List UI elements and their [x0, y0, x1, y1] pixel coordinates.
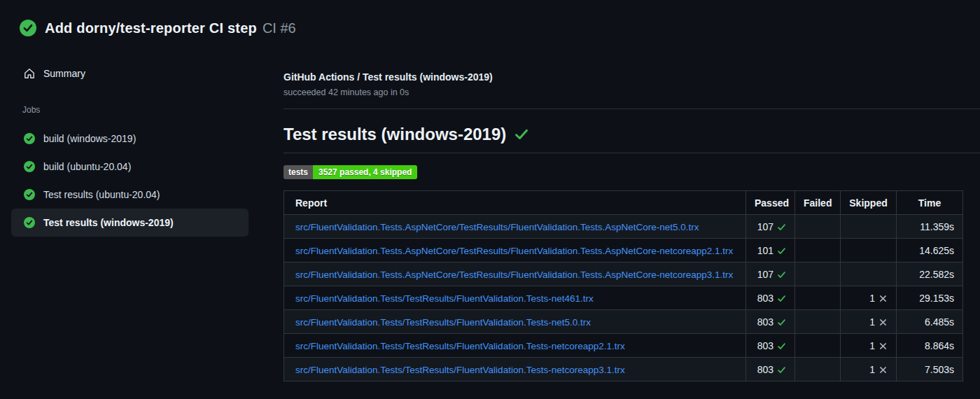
- results-table: Report Passed Failed Skipped Time src/Fl…: [284, 190, 963, 382]
- job-success-icon: [24, 217, 35, 228]
- failed-cell: [795, 310, 841, 334]
- job-label: Test results (ubuntu-20.04): [43, 189, 160, 200]
- skipped-cell: [841, 215, 897, 239]
- passed-check-icon: [777, 294, 786, 303]
- passed-check-icon: [777, 342, 786, 351]
- skipped-cell: [841, 262, 897, 286]
- time-cell: 29.153s: [897, 286, 963, 310]
- tests-badge-label: tests: [284, 165, 313, 179]
- skipped-x-icon: [878, 342, 888, 351]
- table-row: src/FluentValidation.Tests.AspNetCore/Te…: [284, 239, 963, 262]
- sidebar-job-item-2[interactable]: Test results (ubuntu-20.04): [11, 181, 248, 209]
- column-header-report: Report: [284, 191, 746, 215]
- passed-count: 803: [757, 316, 774, 328]
- failed-cell: [795, 239, 841, 262]
- run-title: Add dorny/test-reporter CI step: [45, 20, 257, 36]
- column-header-passed: Passed: [746, 191, 795, 215]
- time-cell: 22.582s: [897, 262, 963, 286]
- tests-badge: tests 3527 passed, 4 skipped: [284, 165, 417, 179]
- passed-cell: 101: [746, 239, 795, 262]
- job-success-icon: [24, 161, 35, 172]
- home-icon: [24, 68, 35, 79]
- passed-cell: 803: [746, 334, 795, 358]
- passed-count: 101: [757, 245, 774, 256]
- time-cell: 8.864s: [897, 334, 963, 358]
- jobs-section-label: Jobs: [0, 105, 280, 115]
- passed-count: 803: [757, 340, 774, 351]
- skipped-x-icon: [878, 294, 888, 303]
- passed-cell: 803: [746, 310, 795, 334]
- skipped-count: 1: [869, 340, 875, 351]
- section-title: Test results (windows-2019): [284, 125, 506, 144]
- report-link[interactable]: src/FluentValidation.Tests.AspNetCore/Te…: [295, 270, 733, 280]
- passed-check-icon: [777, 318, 786, 327]
- passed-cell: 107: [746, 215, 795, 239]
- report-link[interactable]: src/FluentValidation.Tests.AspNetCore/Te…: [295, 246, 733, 256]
- passed-check-icon: [777, 223, 786, 232]
- passed-count: 803: [757, 293, 774, 304]
- skipped-x-icon: [878, 365, 888, 374]
- sidebar-job-item-0[interactable]: build (windows-2019): [11, 125, 248, 153]
- report-link[interactable]: src/FluentValidation.Tests/TestResults/F…: [295, 317, 591, 328]
- report-link[interactable]: src/FluentValidation.Tests/TestResults/F…: [295, 365, 625, 375]
- table-row: src/FluentValidation.Tests/TestResults/F…: [284, 310, 963, 334]
- job-header: GitHub Actions / Test results (windows-2…: [284, 66, 980, 97]
- skipped-cell: [841, 239, 897, 262]
- run-header: Add dorny/test-reporter CI step CI #6: [0, 0, 980, 36]
- passed-count: 107: [757, 221, 774, 232]
- job-success-icon: [24, 189, 35, 200]
- failed-cell: [795, 334, 841, 358]
- passed-cell: 803: [746, 358, 795, 382]
- table-row: src/FluentValidation.Tests/TestResults/F…: [284, 334, 963, 358]
- time-cell: 11.359s: [897, 215, 963, 239]
- passed-count: 803: [757, 364, 774, 375]
- skipped-count: 1: [869, 316, 875, 328]
- table-header-row: Report Passed Failed Skipped Time: [284, 191, 963, 215]
- section-success-check-icon: [514, 127, 528, 141]
- skipped-count: 1: [869, 364, 875, 375]
- failed-cell: [795, 262, 841, 286]
- column-header-skipped: Skipped: [841, 191, 897, 215]
- failed-cell: [795, 358, 841, 382]
- run-number: CI #6: [262, 20, 296, 36]
- column-header-failed: Failed: [795, 191, 841, 215]
- job-success-icon: [24, 133, 35, 144]
- failed-cell: [795, 215, 841, 239]
- summary-label: Summary: [43, 68, 85, 79]
- sidebar-item-summary[interactable]: Summary: [0, 66, 280, 81]
- sidebar-job-item-1[interactable]: build (ubuntu-20.04): [11, 153, 248, 181]
- job-label: build (ubuntu-20.04): [43, 161, 131, 172]
- skipped-count: 1: [869, 293, 875, 304]
- time-cell: 14.625s: [897, 239, 963, 262]
- passed-check-icon: [777, 365, 786, 374]
- passed-check-icon: [777, 270, 786, 279]
- sidebar: Summary Jobs build (windows-2019) build …: [0, 66, 280, 382]
- skipped-cell: 1: [841, 334, 897, 358]
- passed-cell: 803: [746, 286, 795, 310]
- report-link[interactable]: src/FluentValidation.Tests/TestResults/F…: [295, 341, 625, 351]
- report-link[interactable]: src/FluentValidation.Tests/TestResults/F…: [295, 293, 594, 304]
- report-link[interactable]: src/FluentValidation.Tests.AspNetCore/Te…: [295, 222, 699, 232]
- job-label: Test results (windows-2019): [43, 217, 174, 228]
- time-cell: 7.503s: [897, 358, 963, 382]
- main-content: GitHub Actions / Test results (windows-2…: [280, 66, 980, 382]
- table-row: src/FluentValidation.Tests.AspNetCore/Te…: [284, 262, 963, 286]
- skipped-x-icon: [878, 318, 888, 327]
- table-row: src/FluentValidation.Tests/TestResults/F…: [284, 358, 963, 382]
- column-header-time: Time: [897, 191, 963, 215]
- passed-check-icon: [777, 246, 786, 255]
- time-cell: 6.485s: [897, 310, 963, 334]
- skipped-cell: 1: [841, 358, 897, 382]
- sidebar-job-item-3[interactable]: Test results (windows-2019): [11, 209, 248, 237]
- job-status-line: succeeded 42 minutes ago in 0s: [284, 88, 980, 97]
- job-header-title: GitHub Actions / Test results (windows-2…: [284, 71, 980, 83]
- job-list: build (windows-2019) build (ubuntu-20.04…: [0, 125, 280, 237]
- failed-cell: [795, 286, 841, 310]
- table-body: src/FluentValidation.Tests.AspNetCore/Te…: [284, 215, 963, 382]
- skipped-cell: 1: [841, 286, 897, 310]
- passed-cell: 107: [746, 262, 795, 286]
- run-success-icon: [20, 20, 36, 36]
- table-row: src/FluentValidation.Tests/TestResults/F…: [284, 286, 963, 310]
- table-row: src/FluentValidation.Tests.AspNetCore/Te…: [284, 215, 963, 239]
- passed-count: 107: [757, 269, 774, 280]
